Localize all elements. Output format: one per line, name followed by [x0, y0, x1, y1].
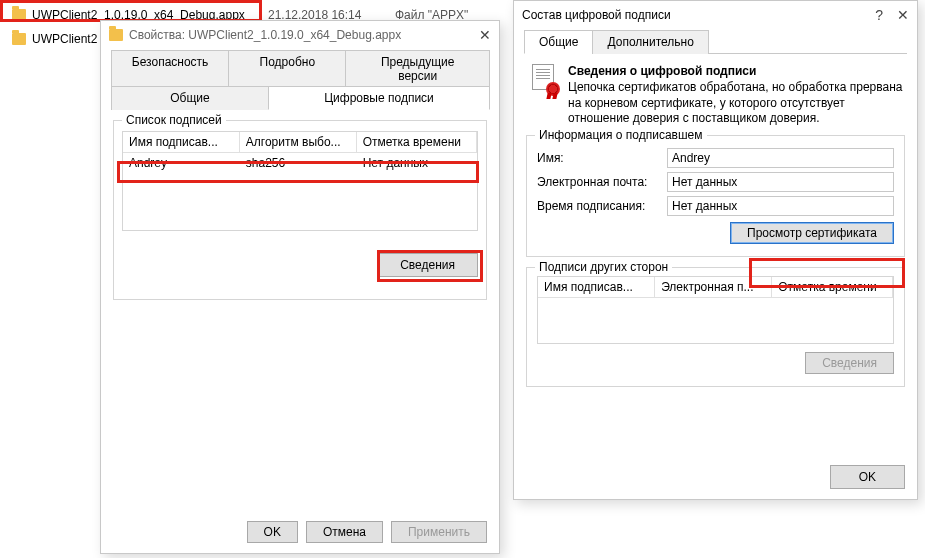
ok-button[interactable]: OK	[247, 521, 298, 543]
window-title: Свойства: UWPClient2_1.0.19.0_x64_Debug.…	[129, 28, 401, 42]
tab-advanced[interactable]: Дополнительно	[592, 30, 708, 54]
dialog-buttons: OK	[830, 465, 905, 489]
signing-time-label: Время подписания:	[537, 199, 667, 213]
email-field: Нет данных	[667, 172, 894, 192]
info-body: Цепочка сертификатов обработана, но обра…	[568, 80, 903, 127]
countersignatures-listview[interactable]: Имя подписав... Электронная п... Отметка…	[537, 276, 894, 344]
col-signer[interactable]: Имя подписав...	[123, 132, 240, 153]
group-label: Список подписей	[122, 113, 226, 127]
ok-button[interactable]: OK	[830, 465, 905, 489]
folder-icon	[109, 29, 123, 41]
col-signer[interactable]: Имя подписав...	[538, 277, 655, 298]
window-title: Состав цифровой подписи	[522, 8, 671, 22]
file-name: UWPClient2	[32, 32, 97, 46]
countersignatures-group: Подписи других сторон Имя подписав... Эл…	[526, 267, 905, 387]
close-icon[interactable]: ✕	[897, 7, 909, 23]
folder-icon	[12, 9, 26, 21]
tab-details[interactable]: Подробно	[228, 50, 346, 87]
signature-details-dialog: Состав цифровой подписи ? ✕ Общие Дополн…	[513, 0, 918, 500]
info-header: Сведения о цифровой подписи	[568, 64, 903, 78]
titlebar[interactable]: Свойства: UWPClient2_1.0.19.0_x64_Debug.…	[101, 21, 499, 49]
col-timestamp[interactable]: Отметка времени	[772, 277, 893, 298]
group-label: Информация о подписавшем	[535, 128, 707, 142]
col-timestamp[interactable]: Отметка времени	[357, 132, 477, 153]
signing-time-field: Нет данных	[667, 196, 894, 216]
email-label: Электронная почта:	[537, 175, 667, 189]
cell-algorithm: sha256	[240, 153, 357, 173]
listview-header: Имя подписав... Алгоритм выбо... Отметка…	[123, 132, 477, 153]
file-row[interactable]: UWPClient2	[12, 30, 97, 48]
cell-signer: Andrey	[123, 153, 240, 173]
tab-security[interactable]: Безопасность	[111, 50, 229, 87]
view-certificate-button[interactable]: Просмотр сертификата	[730, 222, 894, 244]
apply-button[interactable]: Применить	[391, 521, 487, 543]
titlebar[interactable]: Состав цифровой подписи ? ✕	[514, 1, 917, 29]
group-label: Подписи других сторон	[535, 260, 672, 274]
countersig-details-button[interactable]: Сведения	[805, 352, 894, 374]
details-button[interactable]: Сведения	[377, 253, 478, 277]
col-algorithm[interactable]: Алгоритм выбо...	[240, 132, 357, 153]
signature-row[interactable]: Andrey sha256 Нет данных	[123, 153, 477, 173]
tab-general[interactable]: Общие	[524, 30, 593, 54]
name-label: Имя:	[537, 151, 667, 165]
name-field: Andrey	[667, 148, 894, 168]
signature-listview[interactable]: Имя подписав... Алгоритм выбо... Отметка…	[122, 131, 478, 231]
tab-previous-versions[interactable]: Предыдущие версии	[345, 50, 490, 87]
certificate-icon	[528, 64, 560, 96]
signature-list-group: Список подписей Имя подписав... Алгоритм…	[113, 120, 487, 300]
tab-general[interactable]: Общие	[111, 86, 269, 110]
properties-dialog: Свойства: UWPClient2_1.0.19.0_x64_Debug.…	[100, 20, 500, 554]
signer-info-group: Информация о подписавшем Имя: Andrey Эле…	[526, 135, 905, 257]
tab-digital-signatures[interactable]: Цифровые подписи	[268, 86, 490, 110]
folder-icon	[12, 33, 26, 45]
close-icon[interactable]: ✕	[479, 27, 491, 43]
cell-timestamp: Нет данных	[357, 153, 477, 173]
dialog-buttons: OK Отмена Применить	[247, 521, 487, 543]
col-email[interactable]: Электронная п...	[655, 277, 772, 298]
cancel-button[interactable]: Отмена	[306, 521, 383, 543]
help-icon[interactable]: ?	[875, 7, 883, 23]
